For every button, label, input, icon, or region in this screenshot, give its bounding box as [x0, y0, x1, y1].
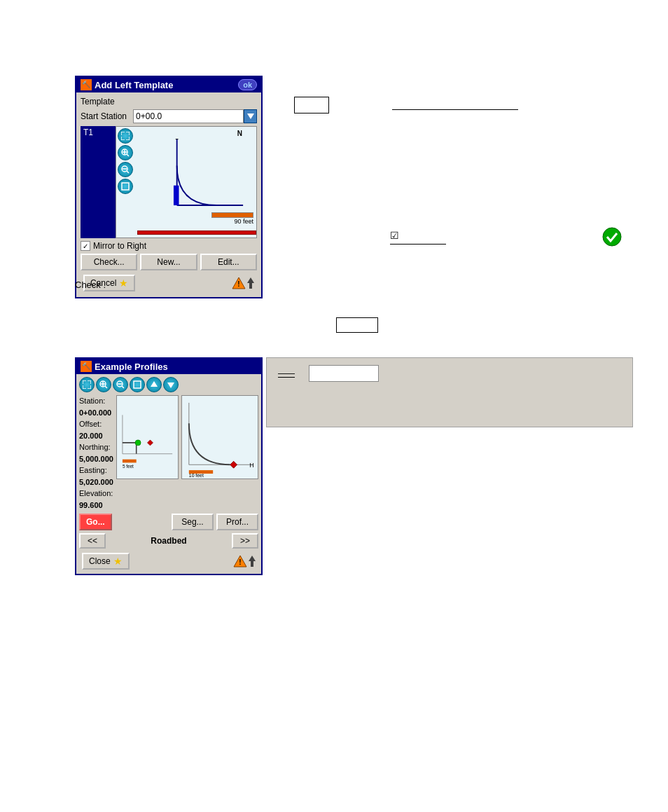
dialog-body: Template Start Station T1	[76, 92, 261, 297]
nav-row: << Roadbed >>	[79, 533, 258, 549]
zoom-extent-btn[interactable]	[118, 128, 133, 144]
profiles-toolbar	[79, 377, 258, 392]
gray-panel-inner: ——	[267, 358, 632, 389]
profiles-warning-area: !	[233, 555, 256, 567]
close-button[interactable]: Close ★	[82, 553, 130, 570]
scale-bar: 90 feet	[211, 212, 253, 225]
preview-toolbar	[118, 128, 133, 194]
prof-pan[interactable]	[130, 377, 145, 392]
ok-badge[interactable]: ok	[238, 79, 257, 90]
profiles-side-view: H 10 feet	[181, 395, 258, 479]
northing-label: Northing:	[79, 441, 113, 453]
warning-icon: !	[232, 277, 246, 289]
prof-zoom-out[interactable]	[113, 377, 128, 392]
svg-text:!: !	[237, 280, 239, 288]
svg-marker-57	[249, 556, 256, 561]
annotation-small-box	[336, 317, 378, 333]
easting-label: Easting:	[79, 465, 113, 476]
prof-down[interactable]	[163, 377, 179, 392]
elevation-label: Elevation:	[79, 488, 113, 500]
offset-label: Offset:	[79, 418, 113, 430]
mirror-checkbox[interactable]: ✓	[81, 241, 90, 251]
prof-button[interactable]: Prof...	[216, 514, 258, 530]
seg-button[interactable]: Seg...	[172, 514, 214, 530]
checkbox-check: ☑	[390, 230, 399, 241]
svg-text:5 feet: 5 feet	[123, 464, 134, 469]
start-station-row: Start Station	[81, 109, 257, 123]
svg-text:!: !	[239, 558, 241, 566]
title-icon: 🔨	[81, 79, 92, 90]
dropdown-btn[interactable]	[244, 109, 257, 123]
roadbed-label: Roadbed	[151, 536, 186, 546]
svg-rect-19	[174, 186, 179, 205]
profiles-up-arrow-icon	[249, 556, 256, 567]
close-star-icon: ★	[113, 556, 123, 567]
svg-line-14	[127, 171, 129, 173]
prof-zoom-extent[interactable]	[79, 377, 95, 392]
profiles-left-area: Station: 0+00.000 Offset: 20.000 Northin…	[79, 395, 113, 511]
check-button[interactable]: Check...	[81, 254, 137, 270]
template-area: T1	[81, 126, 257, 238]
underline-2	[390, 244, 446, 245]
zoom-in-btn[interactable]	[118, 145, 133, 160]
example-profiles-dialog: 🔨 Example Profiles	[75, 357, 263, 575]
template-row: Template	[81, 97, 257, 106]
main-profile-svg: 5 feet	[117, 396, 178, 479]
svg-marker-0	[247, 113, 254, 119]
profiles-btn-row: Go... Seg... Prof...	[79, 514, 258, 530]
easting-value: 5,020.000	[79, 476, 113, 488]
svg-rect-24	[249, 283, 252, 289]
profiles-content: Station: 0+00.000 Offset: 20.000 Northin…	[79, 395, 258, 511]
zoom-out-btn[interactable]	[118, 162, 133, 177]
annotation-box-top	[294, 97, 329, 113]
btn-row: Check... New... Edit...	[81, 254, 257, 270]
dialog-titlebar: 🔨 Add Left Template ok	[76, 77, 261, 92]
cancel-row: Cancel ★ !	[81, 273, 257, 293]
red-bar-bottom	[137, 230, 256, 235]
svg-marker-41	[151, 381, 158, 387]
svg-point-45	[135, 440, 141, 446]
svg-text:10 feet: 10 feet	[189, 473, 204, 478]
profiles-title: Example Profiles	[95, 362, 168, 372]
side-profile-svg: H 10 feet	[182, 396, 258, 479]
prev-button[interactable]: <<	[79, 533, 106, 549]
warning-area: !	[232, 277, 254, 289]
svg-line-10	[127, 154, 129, 156]
next-button[interactable]: >>	[232, 533, 258, 549]
template-label: Template	[81, 97, 137, 106]
svg-marker-42	[167, 383, 174, 388]
svg-rect-47	[123, 460, 137, 463]
svg-marker-51	[230, 461, 237, 468]
mirror-row: ✓ Mirror to Right	[81, 241, 257, 251]
profiles-titlebar: 🔨 Example Profiles	[76, 359, 261, 374]
svg-rect-58	[251, 561, 253, 567]
svg-line-38	[122, 386, 124, 388]
north-label: N	[237, 130, 242, 137]
dialog-title: Add Left Template	[95, 80, 173, 90]
underline-1	[392, 109, 518, 110]
profiles-body: Station: 0+00.000 Offset: 20.000 Northin…	[76, 374, 261, 574]
new-button[interactable]: New...	[140, 254, 197, 270]
green-checkmark	[602, 227, 622, 251]
offset-value: 20.000	[79, 430, 113, 442]
prof-zoom-in[interactable]	[96, 377, 111, 392]
svg-rect-40	[134, 381, 141, 388]
template-list[interactable]: T1	[81, 126, 116, 238]
template-preview: N	[116, 126, 257, 238]
prof-up[interactable]	[146, 377, 162, 392]
check-text: Check .	[75, 280, 106, 290]
pan-btn[interactable]	[118, 179, 133, 194]
mirror-label: Mirror to Right	[93, 241, 146, 251]
edit-button[interactable]: Edit...	[200, 254, 257, 270]
svg-point-59	[603, 228, 621, 246]
panel-text-box[interactable]	[309, 365, 379, 382]
up-arrow-icon	[247, 277, 254, 289]
northing-value: 5,000.000	[79, 453, 113, 465]
start-station-input[interactable]	[133, 109, 244, 123]
add-left-template-dialog: 🔨 Add Left Template ok Template Start St…	[75, 76, 263, 298]
svg-marker-46	[147, 440, 153, 446]
template-item[interactable]: T1	[83, 128, 113, 137]
elevation-value: 99.600	[79, 500, 113, 511]
close-row: Close ★ !	[79, 551, 258, 571]
go-button[interactable]: Go...	[79, 514, 112, 530]
